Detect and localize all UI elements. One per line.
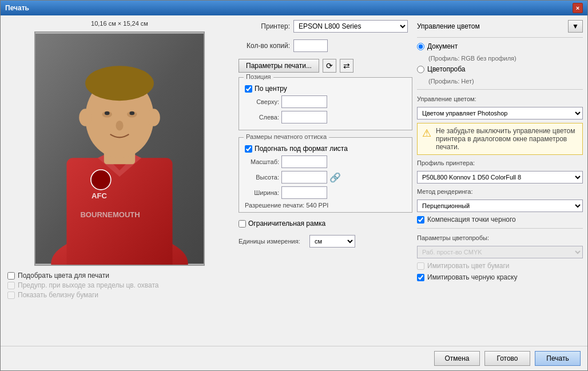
copies-label: Кол-во копий:: [239, 42, 290, 50]
svg-text:BOURNEMOUTH: BOURNEMOUTH: [80, 210, 140, 219]
pick-colors-checkbox[interactable]: [7, 272, 15, 280]
black-point-checkbox[interactable]: [417, 216, 424, 224]
rendering-select[interactable]: Перцепционный: [417, 200, 583, 212]
height-row: Высота: 14,38 🔗: [245, 171, 406, 183]
print-size-group: Размеры печатного оттиска Подогнать под …: [239, 137, 412, 213]
right-panel: Управление цветом ▼ Документ (Профиль: R…: [417, 20, 583, 341]
svg-point-13: [148, 109, 160, 126]
document-label: Документ: [427, 42, 458, 50]
proof-space-select: Раб. прост-во CMYK: [417, 246, 583, 258]
center-label: По центру: [255, 85, 287, 93]
warning-icon: ⚠: [422, 127, 431, 139]
black-point-row[interactable]: Компенсация точки черного: [417, 216, 583, 224]
black-point-label: Компенсация точки черного: [427, 216, 516, 224]
person-image: AFC BOURNEMOUTH: [35, 33, 204, 265]
image-preview: AFC BOURNEMOUTH: [34, 31, 205, 266]
show-paper-white-checkbox: [7, 292, 15, 299]
width-label: Ширина:: [245, 189, 279, 196]
rotate-icon-btn[interactable]: ⟳: [323, 59, 336, 73]
border-row: Ограничительная рамка: [239, 220, 412, 228]
warning-text: Не забудьте выключить управление цветом …: [436, 127, 578, 151]
position-group-content: По центру Сверху: 0,141 Слева: 0: [245, 85, 406, 123]
copies-input[interactable]: 1: [293, 39, 328, 52]
top-input[interactable]: 0,141: [281, 95, 327, 108]
left-label: Слева:: [245, 114, 279, 121]
scale-label: Масштаб:: [245, 158, 279, 165]
pick-colors-row[interactable]: Подобрать цвета для печати: [7, 272, 234, 280]
color-mgmt-header: Управление цветом ▼: [417, 20, 583, 33]
printer-profile-label: Профиль принтера:: [417, 159, 583, 166]
printer-profile-select[interactable]: P50L800 Konnov 1 D50 ColorFull 8: [417, 171, 583, 183]
proof-radio-row[interactable]: Цветопроба: [417, 65, 583, 73]
units-select[interactable]: пикселисмммдюймыпунктыпики: [309, 235, 355, 248]
left-input[interactable]: 0: [281, 111, 327, 123]
height-label: Высота:: [245, 174, 279, 181]
copies-row: Кол-во копий: 1: [239, 39, 412, 52]
left-row: Слева: 0: [245, 111, 406, 123]
close-button[interactable]: ×: [573, 3, 583, 13]
simulate-ink-row[interactable]: Имитировать черную краску: [417, 273, 583, 281]
print-dialog: Печать × 10,16 см × 15,24 см: [0, 0, 588, 371]
simulate-paper-label: Имитировать цвет бумаги: [427, 262, 510, 270]
warning-box: ⚠ Не забудьте выключить управление цвето…: [417, 123, 583, 155]
svg-point-6: [85, 66, 154, 101]
printer-row: Принтер: EPSON L800 Series: [239, 20, 412, 33]
pick-colors-label: Подобрать цвета для печати: [18, 272, 109, 280]
warn-gamut-label: Предупр. при выходе за пределы цв. охват…: [18, 281, 159, 289]
color-mgmt-title: Управление цветом: [417, 22, 480, 30]
printer-label: Принтер:: [239, 22, 290, 30]
document-radio-row[interactable]: Документ: [417, 42, 583, 50]
fit-label: Подогнать под формат листа: [255, 145, 348, 153]
print-params-button[interactable]: Параметры печати...: [239, 59, 319, 73]
divider3: [417, 228, 583, 229]
width-input[interactable]: 9,59: [281, 186, 327, 199]
middle-panel: Принтер: EPSON L800 Series Кол-во копий:…: [239, 20, 412, 341]
units-row: Единицы измерения: пикселисмммдюймыпункт…: [239, 235, 412, 248]
print-button[interactable]: Печать: [535, 351, 581, 366]
printer-select[interactable]: EPSON L800 Series: [293, 20, 408, 33]
border-checkbox[interactable]: [239, 220, 246, 228]
divider2: [417, 89, 583, 90]
top-label: Сверху:: [245, 98, 279, 105]
divider1: [417, 37, 583, 38]
show-paper-white-row: Показать белизну бумаги: [7, 291, 234, 299]
proof-label: Цветопроба: [427, 65, 466, 73]
dialog-title: Печать: [5, 4, 29, 12]
link-icon: 🔗: [329, 172, 341, 183]
color-mgmt-dropdown-btn[interactable]: ▼: [568, 20, 583, 33]
border-label: Ограничительная рамка: [248, 220, 325, 228]
position-group-title: Позиция: [244, 73, 273, 80]
document-profile: (Профиль: RGB без профиля): [417, 55, 583, 62]
cancel-button[interactable]: Отмена: [434, 351, 480, 366]
show-paper-white-label: Показать белизну бумаги: [18, 291, 98, 299]
position-group: Позиция По центру Сверху: 0,141 Слева: 0: [239, 77, 412, 130]
svg-point-12: [79, 109, 92, 126]
color-mgmt-label2: Управление цветом:: [417, 95, 583, 102]
svg-point-10: [129, 111, 134, 115]
title-bar: Печать ×: [1, 1, 587, 15]
document-radio[interactable]: [417, 43, 424, 50]
proof-radio[interactable]: [417, 66, 424, 73]
rendering-label: Метод рендеринга:: [417, 188, 583, 195]
units-label: Единицы измерения:: [239, 238, 307, 245]
svg-point-16: [91, 170, 111, 190]
simulate-ink-label: Имитировать черную краску: [427, 273, 517, 281]
color-mgmt-select[interactable]: Цветом управляет Photoshop: [417, 107, 583, 119]
left-panel: 10,16 см × 15,24 см: [5, 20, 234, 341]
height-input[interactable]: 14,38: [281, 171, 327, 183]
scale-row: Масштаб: 55,5%: [245, 155, 406, 168]
svg-point-9: [105, 111, 110, 115]
fit-checkbox[interactable]: [245, 145, 252, 153]
simulate-ink-checkbox[interactable]: [417, 274, 424, 281]
center-checkbox[interactable]: [245, 85, 252, 93]
print-size-content: Подогнать под формат листа Масштаб: 55,5…: [245, 145, 406, 209]
print-size-title: Размеры печатного оттиска: [244, 133, 329, 140]
fit-row: Подогнать под формат листа: [245, 145, 406, 153]
scale-input[interactable]: 55,5%: [281, 155, 327, 168]
image-size-label: 10,16 см × 15,24 см: [5, 20, 234, 27]
resolution-text: Разрешение печати: 540 PPI: [245, 202, 406, 209]
dialog-body: 10,16 см × 15,24 см: [1, 15, 587, 346]
simulate-paper-checkbox: [417, 262, 424, 270]
done-button[interactable]: Готово: [484, 351, 530, 366]
flip-icon-btn[interactable]: ⇄: [340, 59, 353, 73]
